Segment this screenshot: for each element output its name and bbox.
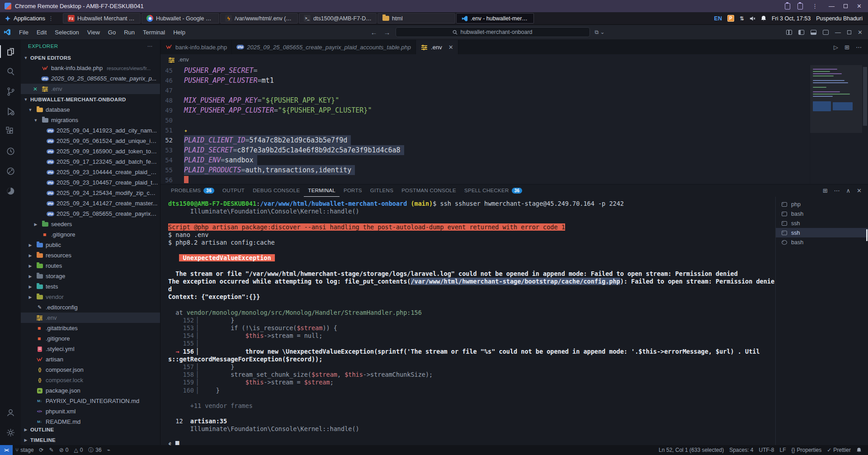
editor-line[interactable]: 50 bbox=[160, 115, 810, 125]
tree-item-database[interactable]: ▼database bbox=[21, 104, 160, 115]
editor-line[interactable]: 45PUSHER_APP_SECRET= bbox=[160, 66, 810, 76]
session-menu-icon[interactable]: ⋮ bbox=[810, 3, 820, 9]
toggle-secondary-sidebar-icon[interactable] bbox=[823, 30, 829, 35]
open-editor-item[interactable]: ✕.env bbox=[21, 84, 160, 94]
editor-line[interactable]: 51✦ bbox=[160, 125, 810, 135]
nav-back-icon[interactable]: ← bbox=[369, 28, 379, 36]
taskbar-window-button[interactable]: html bbox=[377, 13, 455, 24]
status-sync[interactable]: ⟳ bbox=[37, 445, 47, 455]
breadcrumb[interactable]: .env bbox=[160, 54, 868, 65]
vscode-close-button[interactable]: ✕ bbox=[858, 29, 863, 36]
tree-item-storage[interactable]: ▶storage bbox=[21, 271, 160, 281]
open-editor-item[interactable]: php2025_09_25_085655_create_payrix_p... bbox=[21, 73, 160, 84]
tree-item-composer-lock[interactable]: {}composer.lock bbox=[21, 375, 160, 385]
activitybar-settings-icon[interactable] bbox=[0, 422, 21, 442]
terminal-tab-bash[interactable]: bash bbox=[776, 209, 868, 218]
tree-item-2025-09-24-141427-create-master-[interactable]: php2025_09_24_141427_create_master... bbox=[21, 198, 160, 209]
tree-item-routes[interactable]: ▶routes bbox=[21, 261, 160, 271]
vscode-restore-button[interactable] bbox=[847, 30, 851, 34]
status-info[interactable]: ⓘ36 bbox=[85, 445, 104, 455]
terminal-tab-ssh[interactable]: ssh bbox=[776, 228, 868, 237]
launch-profile-icon[interactable]: ⧉ ⌄ bbox=[594, 29, 606, 35]
minimize-button[interactable]: — bbox=[827, 3, 836, 9]
terminal-output[interactable]: dts1500@AMB-F7-DESKUB041:/var/www/html/h… bbox=[160, 197, 775, 445]
terminal-list-scrollbar[interactable] bbox=[866, 229, 868, 241]
panel-tab-postman-console[interactable]: POSTMAN CONSOLE bbox=[397, 185, 460, 197]
panel-tab-output[interactable]: OUTPUT bbox=[218, 185, 249, 197]
open-editor-item[interactable]: bank-info.blade.phpresources/views/fr... bbox=[21, 63, 160, 73]
taskbar-window-button[interactable]: ϟ/var/www/html/.env (ht... bbox=[220, 13, 298, 24]
activitybar-account-icon[interactable] bbox=[0, 403, 21, 422]
editor-tab[interactable]: bank-info.blade.php bbox=[160, 40, 232, 54]
remote-indicator[interactable]: >< bbox=[0, 445, 13, 455]
nav-forward-icon[interactable]: → bbox=[382, 28, 392, 36]
status-branch[interactable]: ⑂stage bbox=[13, 445, 37, 455]
tray-p-icon[interactable]: P bbox=[727, 15, 734, 22]
toggle-sidebar-icon[interactable] bbox=[798, 30, 804, 35]
tree-item--env[interactable]: .env bbox=[21, 313, 160, 323]
command-center-search[interactable]: hubwallet-merchant-onboard bbox=[396, 27, 590, 37]
split-editor-icon[interactable]: ⊞ bbox=[844, 44, 849, 51]
status-utf-8[interactable]: UTF-8 bbox=[756, 445, 777, 455]
clipboard-upload-icon[interactable] bbox=[785, 3, 790, 9]
taskbar-window-button[interactable]: FzHubwallet Merchant (St... bbox=[63, 13, 141, 24]
editor-line[interactable]: 49MIX_PUSHER_APP_CLUSTER="${PUSHER_APP_C… bbox=[160, 105, 810, 115]
editor-line[interactable]: 55PLAID_PRODUCTS=auth,transactions,ident… bbox=[160, 165, 810, 175]
tree-item-resources[interactable]: ▶resources bbox=[21, 250, 160, 261]
tab-close-icon[interactable]: ✕ bbox=[448, 44, 453, 51]
status-pencil[interactable]: ✎ bbox=[47, 445, 57, 455]
section-outline[interactable]: ▶OUTLINE bbox=[21, 424, 160, 435]
tree-item-phpunit-xml[interactable]: </>phpunit.xml bbox=[21, 406, 160, 417]
tree-item-migrations[interactable]: ▼migrations bbox=[21, 115, 160, 125]
menu-go[interactable]: Go bbox=[104, 28, 119, 37]
status-bell[interactable] bbox=[854, 445, 864, 455]
editor-tab[interactable]: php2025_09_25_085655_create_payrix_plaid… bbox=[232, 40, 416, 54]
tree-item-readme-md[interactable]: M↓README.md bbox=[21, 417, 160, 424]
panel-layout-icon[interactable]: ⊞ bbox=[823, 187, 828, 194]
notifications-bell-icon[interactable] bbox=[761, 15, 766, 21]
tree-item--editorconfig[interactable]: ✎.editorconfig bbox=[21, 302, 160, 313]
user-name[interactable]: Puspendu Bhaduri bbox=[816, 15, 863, 22]
tree-item-package-json[interactable]: npackage.json bbox=[21, 385, 160, 396]
panel-more-icon[interactable]: ⋯ bbox=[834, 187, 840, 194]
status-plug[interactable]: ⌁ bbox=[104, 445, 113, 455]
status-check[interactable]: ✓Prettier bbox=[824, 445, 854, 455]
menu-terminal[interactable]: Terminal bbox=[139, 28, 169, 37]
vscode-minimize-button[interactable]: — bbox=[835, 29, 841, 36]
tree-item-artisan[interactable]: artisan bbox=[21, 354, 160, 365]
panel-tab-ports[interactable]: PORTS bbox=[340, 185, 366, 197]
tree-item--gitignore[interactable]: ◆.gitignore bbox=[21, 229, 160, 240]
menu-selection[interactable]: Selection bbox=[51, 28, 82, 37]
minimap[interactable] bbox=[810, 65, 862, 184]
explorer-more-icon[interactable]: ⋯ bbox=[147, 43, 153, 49]
status-warning[interactable]: △0 bbox=[71, 445, 85, 455]
editor-line[interactable]: 48MIX_PUSHER_APP_KEY="${PUSHER_APP_KEY}" bbox=[160, 95, 810, 105]
taskbar-window-button[interactable]: Hubwallet - Google Chr... bbox=[142, 13, 219, 24]
menu-file[interactable]: File bbox=[15, 28, 32, 37]
status-spaces-4[interactable]: Spaces: 4 bbox=[726, 445, 756, 455]
activitybar-remote-explorer-icon[interactable] bbox=[0, 161, 21, 181]
close-editor-icon[interactable]: ✕ bbox=[32, 86, 39, 92]
editor-scrollbar[interactable] bbox=[862, 65, 868, 184]
close-button[interactable]: ✕ bbox=[855, 3, 863, 9]
applications-menu[interactable]: Applications ⋮ bbox=[0, 12, 58, 24]
project-root-header[interactable]: ▼ HUBWALLET-MERCHANT-ONBOARD bbox=[21, 94, 160, 104]
clipboard-download-icon[interactable] bbox=[797, 3, 803, 9]
menu-help[interactable]: Help bbox=[170, 28, 189, 37]
tree-item-payrix-plaid-integration-md[interactable]: M↓PAYRIX_PLAID_INTEGRATION.md bbox=[21, 396, 160, 406]
terminal-tab-bash[interactable]: bash bbox=[776, 237, 868, 247]
tree-item-2025-09-25-085655-create-payrix-[interactable]: php2025_09_25_085655_create_payrix_... bbox=[21, 209, 160, 219]
code-editor[interactable]: 45PUSHER_APP_SECRET=46PUSHER_APP_CLUSTER… bbox=[160, 65, 810, 184]
tree-item-2025-09-23-104444-create-plaid-a-[interactable]: php2025_09_23_104444_create_plaid_a... bbox=[21, 167, 160, 177]
activitybar-explorer-icon[interactable] bbox=[0, 42, 21, 62]
panel-tab-problems[interactable]: PROBLEMS36 bbox=[167, 185, 218, 197]
keyboard-layout[interactable]: EN bbox=[714, 15, 722, 22]
toggle-panel-icon[interactable] bbox=[811, 30, 816, 35]
menu-run[interactable]: Run bbox=[120, 28, 138, 37]
editor-line[interactable]: 47 bbox=[160, 85, 810, 95]
activitybar-source-control-icon[interactable] bbox=[0, 81, 21, 101]
tree-item-2025-09-09-165900-add-token-to-[interactable]: php2025_09_09_165900_add_token_to_... bbox=[21, 146, 160, 156]
status-lf[interactable]: LF bbox=[777, 445, 789, 455]
status-error[interactable]: ⊘0 bbox=[57, 445, 71, 455]
status-braces[interactable]: {}Properties bbox=[789, 445, 825, 455]
